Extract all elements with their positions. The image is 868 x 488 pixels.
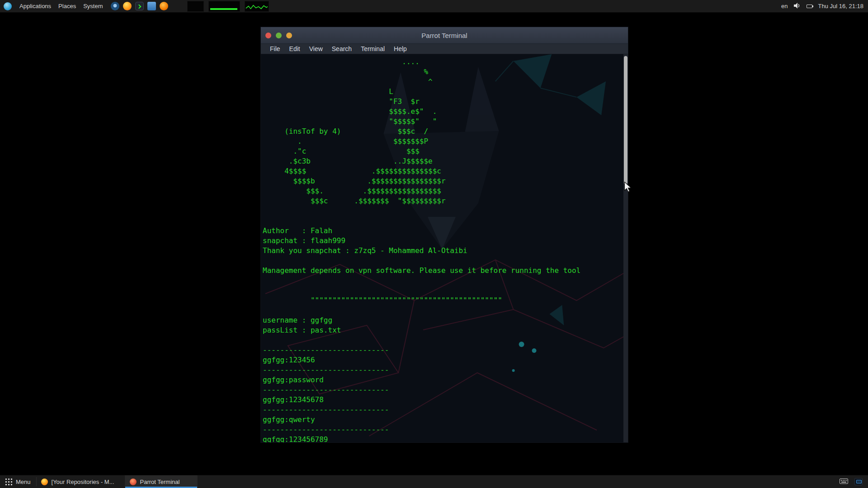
menu-help[interactable]: Help — [394, 45, 407, 52]
task-firefox-window[interactable]: [Your Repositories - M... — [37, 475, 125, 488]
window-titlebar[interactable]: Parrot Terminal — [261, 27, 628, 44]
task-label: Parrot Terminal — [140, 479, 180, 485]
panel-left: Applications Places System — [0, 0, 269, 12]
panel-applet-graph[interactable] — [245, 1, 269, 12]
scrollbar-thumb[interactable] — [624, 56, 627, 184]
filemanager-launcher-icon[interactable] — [147, 2, 156, 10]
firefox-task-icon — [41, 479, 48, 485]
menu-view[interactable]: View — [309, 45, 323, 52]
panel-applet-monitor[interactable] — [208, 1, 240, 12]
terminal-window: Parrot Terminal File Edit View Search Te… — [260, 27, 628, 443]
terminal-scrollbar[interactable] — [623, 54, 628, 442]
terminal-launcher-icon[interactable] — [135, 2, 144, 10]
taskbar-menu-button[interactable]: Menu — [0, 475, 36, 488]
maximize-button[interactable] — [276, 33, 282, 38]
taskbar: Menu [Your Repositories - M... Parrot Te… — [0, 475, 868, 488]
terminal-body[interactable]: .... % ^ L "F3 $r $$$$.e$" . — [261, 54, 628, 442]
menu-applications[interactable]: Applications — [16, 0, 55, 13]
keyboard-icon[interactable] — [840, 479, 848, 485]
parrot-terminal-task-icon — [130, 479, 137, 485]
task-parrot-terminal[interactable]: Parrot Terminal — [125, 475, 198, 488]
parrot-logo-icon[interactable] — [4, 2, 12, 10]
menu-edit[interactable]: Edit — [289, 45, 300, 52]
top-panel: Applications Places System en — [0, 0, 868, 13]
clock[interactable]: Thu Jul 16, 21:18 — [818, 3, 863, 9]
panel-applets — [187, 1, 269, 12]
screenshot-launcher-icon[interactable] — [111, 2, 119, 10]
panel-applet-window[interactable] — [187, 1, 204, 12]
menu-grid-icon — [5, 479, 12, 485]
close-button[interactable] — [265, 33, 271, 38]
firefox-launcher-icon[interactable] — [123, 2, 132, 10]
taskbar-tray — [840, 475, 868, 488]
battery-icon[interactable] — [807, 5, 812, 8]
terminal-output: .... % ^ L "F3 $r $$$$.e$" . — [263, 57, 580, 442]
panel-right: en Thu Jul 16, 21:18 — [781, 3, 868, 10]
anonsurf-launcher-icon[interactable] — [160, 2, 168, 10]
graph-icon — [245, 1, 269, 12]
volume-icon[interactable] — [794, 3, 801, 10]
menu-places[interactable]: Places — [55, 0, 80, 13]
menu-terminal[interactable]: Terminal — [361, 45, 385, 52]
menu-search[interactable]: Search — [332, 45, 352, 52]
quick-launchers — [111, 2, 168, 10]
tray-app-icon[interactable] — [854, 478, 863, 485]
task-label: [Your Repositories - M... — [52, 479, 114, 485]
menu-file[interactable]: File — [270, 45, 280, 52]
taskbar-menu-label: Menu — [16, 479, 31, 485]
terminal-menubar: File Edit View Search Terminal Help — [261, 44, 628, 54]
minimize-button[interactable] — [286, 33, 292, 38]
window-title: Parrot Terminal — [261, 32, 628, 39]
menu-system[interactable]: System — [80, 0, 106, 13]
keyboard-layout-indicator[interactable]: en — [781, 3, 788, 9]
